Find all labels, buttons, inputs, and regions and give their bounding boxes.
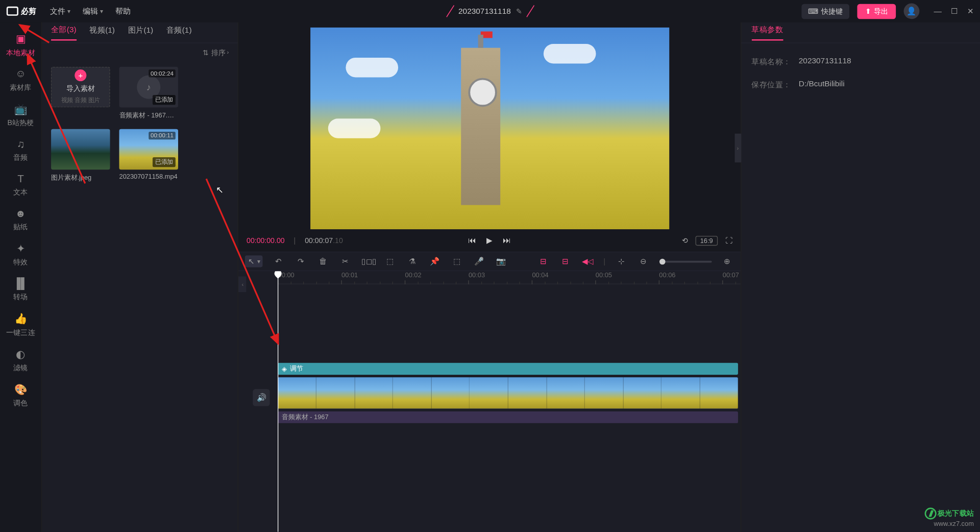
next-frame-button[interactable]: ⏭ — [503, 236, 510, 245]
zoom-out-button[interactable]: ⊖ — [637, 257, 650, 266]
time-current: 00:00:00.00 — [247, 236, 285, 244]
duration-badge: 00:00:11 — [149, 132, 176, 139]
undo-button[interactable]: ↶ — [272, 257, 285, 266]
cursor-icon: ↖ — [248, 257, 255, 266]
media-item-image[interactable]: 图片素材.jpeg — [51, 129, 110, 182]
sidebar-effects[interactable]: ✦特效 — [0, 237, 41, 272]
panel-collapse-handle[interactable]: › — [734, 134, 741, 162]
draft-name-value: 202307131118 — [799, 56, 851, 67]
snap-main-button[interactable]: ⊟ — [536, 257, 550, 266]
crop-icon[interactable]: ⬚ — [450, 257, 463, 266]
close-button[interactable]: ✕ — [967, 7, 974, 16]
draft-name-label: 草稿名称： — [751, 56, 798, 67]
sort-icon: ⇅ — [203, 48, 209, 57]
added-badge: 已添加 — [153, 95, 176, 105]
sidebar-triple[interactable]: 👍一键三连 — [0, 307, 41, 343]
center-area: 00:00:00.00 | 00:00:07.10 ⏮ ▶ ⏭ ⟲ 16:9 ⛶… — [239, 22, 741, 532]
snap-track-button[interactable]: ⊟ — [559, 257, 572, 266]
user-avatar[interactable]: 👤 — [904, 3, 920, 19]
sidebar-transition[interactable]: ▐▌转场 — [0, 273, 41, 307]
draft-save-label: 保存位置： — [751, 79, 798, 90]
edit-title-icon[interactable]: ✎ — [516, 7, 522, 15]
freeze-button[interactable]: ⬚ — [383, 257, 397, 266]
prev-frame-button[interactable]: ⏮ — [468, 236, 476, 245]
fullscreen-button[interactable]: ⛶ — [725, 236, 732, 244]
slash-icon: ╲ — [524, 5, 538, 17]
import-media-card[interactable]: + 导入素材 视频 音频 图片 — [51, 67, 110, 120]
crop-button[interactable]: ▯◻▯ — [361, 257, 375, 266]
left-sidebar: ▣本地素材 ☺素材库 📺B站热梗 ♫音频 T文本 ☻贴纸 ✦特效 ▐▌转场 👍一… — [0, 22, 42, 532]
timeline-ruler[interactable]: 00:0000:0100:0200:0300:0400:0500:0600:07… — [278, 271, 741, 284]
added-badge: 已添加 — [153, 157, 176, 167]
flask-button[interactable]: ⚗ — [406, 257, 419, 266]
trending-icon: 📺 — [0, 103, 41, 115]
sidebar-color[interactable]: 🎨调色 — [0, 378, 41, 413]
thumbs-icon: 👍 — [0, 312, 41, 325]
menu-edit[interactable]: 编辑▾ — [83, 6, 104, 17]
slash-icon: ╲ — [443, 5, 457, 17]
draft-save-value: D:/BcutBilibili — [799, 79, 845, 90]
tab-image[interactable]: 图片(1) — [128, 25, 154, 40]
menu-help[interactable]: 帮助 — [115, 6, 131, 17]
track-adjust[interactable]: ◈调节 — [278, 363, 739, 375]
selection-tool[interactable]: ↖▾ — [245, 255, 263, 267]
sort-button[interactable]: 排序 — [211, 47, 226, 57]
preview-area: 00:00:00.00 | 00:00:07.10 ⏮ ▶ ⏭ ⟲ 16:9 ⛶ — [239, 22, 741, 252]
camera-icon[interactable]: 📷 — [495, 257, 508, 266]
chevron-right-icon: › — [227, 49, 229, 56]
sidebar-sticker[interactable]: ☻贴纸 — [0, 202, 41, 237]
shortcut-button[interactable]: ⌨快捷键 — [801, 4, 849, 19]
keyboard-icon: ⌨ — [808, 7, 819, 15]
zoom-fit-button[interactable]: ⊹ — [615, 257, 628, 266]
timeline[interactable]: ‹ 00:0000:0100:0200:0300:0400:0500:0600:… — [239, 271, 741, 532]
collapse-panel-button[interactable]: ‹ — [239, 276, 247, 292]
timeline-toolbar: ↖▾ ↶ ↷ 🗑 ✂ ▯◻▯ ⬚ ⚗ 📌 ⬚ 🎤 📷 ⊟ ⊟ ◀◁ | ⊹ ⊖ — [239, 252, 741, 271]
zoom-slider[interactable] — [659, 260, 712, 262]
watermark: 极光下载站 www.xz7.com — [925, 507, 974, 528]
zoom-in-button[interactable]: ⊕ — [721, 257, 734, 266]
app-name: 必剪 — [21, 6, 37, 17]
sidebar-trending[interactable]: 📺B站热梗 — [0, 98, 41, 133]
chevron-down-icon: ▾ — [67, 8, 70, 14]
media-label: 图片素材.jpeg — [51, 173, 110, 182]
tab-draft-params[interactable]: 草稿参数 — [751, 24, 783, 40]
tab-audio[interactable]: 音频(1) — [166, 25, 192, 40]
maximize-button[interactable]: ☐ — [951, 7, 958, 16]
media-item-audio[interactable]: ♪ 00:02:24 已添加 音频素材 - 1967.mp3 — [119, 67, 178, 120]
plus-icon: + — [75, 69, 86, 81]
minimize-button[interactable]: — — [934, 7, 942, 16]
mic-icon[interactable]: 🎤 — [473, 257, 486, 266]
filter-icon: ◐ — [0, 348, 41, 360]
pin-button[interactable]: 📌 — [428, 257, 441, 266]
media-item-video[interactable]: 00:00:11 已添加 202307071158.mp4 — [119, 129, 178, 182]
menu-file[interactable]: 文件▾ — [50, 6, 71, 17]
media-panel: 全部(3) 视频(1) 图片(1) 音频(1) ⇅ 排序 › + 导入素材 视频… — [42, 22, 239, 532]
time-total: 00:00:07.10 — [305, 236, 343, 244]
tab-video[interactable]: 视频(1) — [89, 25, 115, 40]
sidebar-local-media[interactable]: ▣本地素材 — [0, 28, 41, 63]
app-logo: 必剪 — [7, 6, 37, 17]
tab-all[interactable]: 全部(3) — [51, 24, 77, 40]
export-button[interactable]: ⬆导出 — [857, 4, 896, 19]
sidebar-media-library[interactable]: ☺素材库 — [0, 63, 41, 98]
sidebar-text[interactable]: T文本 — [0, 167, 41, 202]
playhead[interactable] — [278, 271, 279, 532]
loop-button[interactable]: ⟲ — [682, 236, 688, 245]
project-title: 202307131118 — [458, 7, 511, 16]
delete-button[interactable]: 🗑 — [316, 257, 330, 266]
track-audio[interactable]: 音频素材 - 1967 — [278, 412, 739, 423]
duration-badge: 00:02:24 — [149, 69, 176, 77]
aspect-ratio[interactable]: 16:9 — [696, 235, 718, 245]
track-video[interactable] — [278, 377, 739, 409]
sidebar-audio[interactable]: ♫音频 — [0, 133, 41, 167]
preview-canvas[interactable] — [310, 28, 669, 229]
play-button[interactable]: ▶ — [486, 236, 493, 245]
media-label: 音频素材 - 1967.mp3 — [119, 111, 178, 120]
snap-audio-button[interactable]: ◀◁ — [581, 257, 595, 266]
media-label: 202307071158.mp4 — [119, 173, 178, 180]
redo-button[interactable]: ↷ — [295, 257, 308, 266]
library-icon: ☺ — [0, 68, 41, 80]
split-button[interactable]: ✂ — [339, 257, 352, 266]
sidebar-filter[interactable]: ◐滤镜 — [0, 343, 41, 378]
mute-track-button[interactable]: 🔊 — [253, 389, 270, 406]
